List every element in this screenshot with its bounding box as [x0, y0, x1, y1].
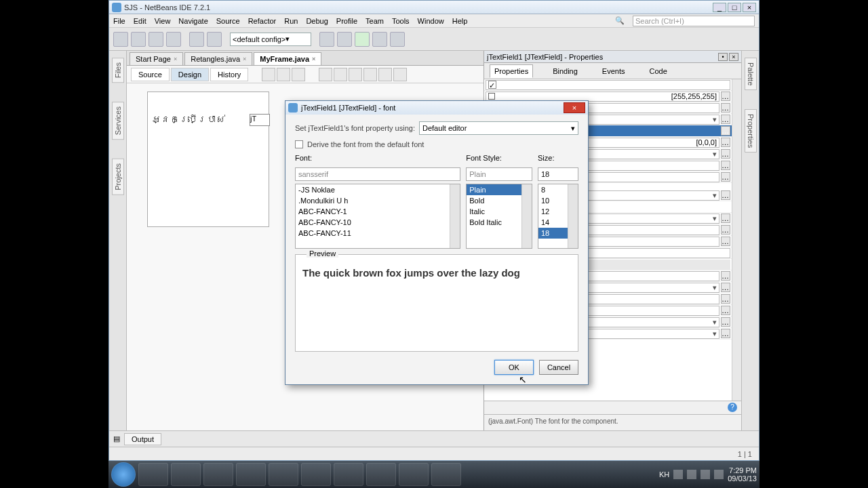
property-edit-button[interactable]: … — [721, 103, 730, 113]
taskbar-netbeans-icon[interactable] — [431, 463, 461, 486]
list-item[interactable]: -JS Noklae — [296, 184, 460, 195]
tray-icon[interactable] — [687, 470, 696, 479]
property-edit-button[interactable]: … — [721, 225, 730, 235]
editor-select[interactable]: Default editor▾ — [419, 121, 578, 135]
tray-icon[interactable] — [714, 470, 724, 479]
taskbar-explorer-icon[interactable] — [171, 463, 201, 486]
property-edit-button[interactable]: … — [721, 172, 730, 182]
tray-icon[interactable] — [673, 470, 683, 479]
align-top-icon[interactable] — [349, 68, 362, 81]
align-center-v-icon[interactable] — [393, 68, 407, 81]
cancel-button[interactable]: Cancel — [539, 360, 578, 375]
size-list[interactable]: 8 10 12 14 18 — [538, 184, 578, 249]
property-edit-button[interactable]: … — [721, 149, 730, 159]
align-bottom-icon[interactable] — [363, 68, 377, 81]
tab-myframe[interactable]: MyFrame.java× — [254, 52, 321, 65]
menu-window[interactable]: Window — [418, 17, 444, 25]
menu-profile[interactable]: Profile — [336, 17, 357, 25]
new-project-icon[interactable] — [131, 32, 146, 47]
list-item[interactable]: ABC-FANCY-10 — [296, 217, 460, 228]
sidebar-tab-projects[interactable]: Projects — [112, 159, 124, 195]
property-edit-button[interactable]: … — [721, 126, 730, 136]
property-value[interactable]: ✓ — [486, 80, 730, 90]
sidebar-tab-services[interactable]: Services — [112, 102, 124, 140]
menu-edit[interactable]: Edit — [134, 17, 146, 25]
property-edit-button[interactable]: … — [721, 237, 730, 246]
redo-icon[interactable] — [207, 32, 222, 47]
scrollbar[interactable] — [732, 79, 741, 401]
help-icon[interactable]: ? — [728, 403, 737, 412]
close-icon[interactable]: × — [174, 56, 177, 62]
property-edit-button[interactable]: … — [721, 329, 730, 338]
maximize-button[interactable]: □ — [728, 3, 741, 12]
build-icon[interactable] — [319, 32, 334, 47]
close-button[interactable]: × — [743, 3, 756, 12]
menu-team[interactable]: Team — [366, 17, 384, 25]
property-edit-button[interactable]: … — [721, 306, 730, 315]
property-edit-button[interactable]: … — [721, 317, 730, 327]
tab-retangles[interactable]: Retangles.java× — [184, 52, 252, 65]
connection-mode-icon[interactable] — [277, 68, 290, 81]
search-input[interactable]: Search (Ctrl+I) — [633, 16, 755, 26]
taskbar-firefox-icon[interactable] — [301, 463, 331, 486]
taskbar-app-icon[interactable] — [366, 463, 396, 486]
menu-file[interactable]: File — [113, 17, 125, 25]
align-center-h-icon[interactable] — [378, 68, 392, 81]
selection-mode-icon[interactable] — [262, 68, 275, 81]
list-item[interactable]: ABC-FANCY-1 — [296, 206, 460, 217]
tab-start-page[interactable]: Start Page× — [130, 52, 183, 65]
list-item[interactable]: .Mondulkiri U h — [296, 195, 460, 206]
property-edit-button[interactable]: … — [721, 271, 730, 281]
font-list[interactable]: -JS Noklae .Mondulkiri U h ABC-FANCY-1 A… — [295, 184, 460, 249]
menu-view[interactable]: View — [155, 17, 171, 25]
save-all-icon[interactable] — [166, 32, 181, 47]
subtab-source[interactable]: Source — [131, 68, 170, 81]
property-edit-button[interactable]: … — [721, 190, 730, 200]
profile-icon[interactable] — [390, 32, 405, 47]
start-button[interactable] — [111, 462, 136, 487]
sidebar-tab-files[interactable]: Files — [112, 58, 124, 83]
menu-run[interactable]: Run — [284, 17, 298, 25]
sidebar-tab-palette[interactable]: Palette — [745, 58, 757, 90]
new-file-icon[interactable] — [113, 32, 128, 47]
form-textfield[interactable]: jT — [250, 114, 270, 126]
preview-design-icon[interactable] — [292, 68, 305, 81]
taskbar-app-icon[interactable] — [269, 463, 298, 486]
tab-properties[interactable]: Properties — [490, 64, 533, 78]
subtab-design[interactable]: Design — [171, 68, 209, 81]
list-item[interactable]: ABC-FANCY-11 — [296, 228, 460, 239]
font-name-input[interactable]: sansserif — [295, 167, 460, 181]
lang-indicator[interactable]: KH — [659, 470, 669, 479]
system-tray[interactable]: KH 7:29 PM 09/03/13 — [659, 466, 757, 483]
undo-icon[interactable] — [189, 32, 204, 47]
config-select[interactable]: <default config>▾ — [230, 33, 311, 46]
close-panel-button[interactable]: × — [729, 53, 738, 61]
property-row[interactable]: ✓ — [484, 79, 732, 91]
property-edit-button[interactable]: … — [721, 214, 730, 223]
open-project-icon[interactable] — [149, 32, 163, 47]
debug-icon[interactable] — [372, 32, 387, 47]
style-list[interactable]: Plain Bold Italic Bold Italic — [466, 184, 532, 249]
taskbar-ie-icon[interactable] — [138, 463, 168, 486]
tab-events[interactable]: Events — [597, 64, 630, 78]
menu-debug[interactable]: Debug — [306, 17, 328, 25]
menu-navigate[interactable]: Navigate — [178, 17, 208, 25]
sidebar-tab-properties[interactable]: Properties — [745, 109, 757, 152]
dialog-titlebar[interactable]: jTextField1 [JTextField] - font × — [285, 101, 588, 115]
close-icon[interactable]: × — [312, 56, 315, 62]
dialog-close-button[interactable]: × — [564, 102, 585, 113]
subtab-history[interactable]: History — [210, 68, 248, 81]
scrollbar[interactable] — [568, 184, 578, 248]
menu-source[interactable]: Source — [216, 17, 240, 25]
run-icon[interactable] — [355, 32, 370, 47]
taskbar-app-icon[interactable] — [236, 463, 266, 486]
taskbar-app-icon[interactable] — [334, 463, 363, 486]
output-button[interactable]: Output — [124, 433, 161, 445]
scrollbar[interactable] — [450, 184, 460, 248]
property-edit-button[interactable]: … — [721, 283, 730, 292]
property-edit-button[interactable]: … — [721, 92, 730, 101]
taskbar-media-icon[interactable] — [203, 463, 233, 486]
minimize-button[interactable]: _ — [713, 3, 726, 12]
checkbox-icon[interactable]: ✓ — [488, 81, 496, 89]
property-edit-button[interactable]: … — [721, 138, 730, 147]
